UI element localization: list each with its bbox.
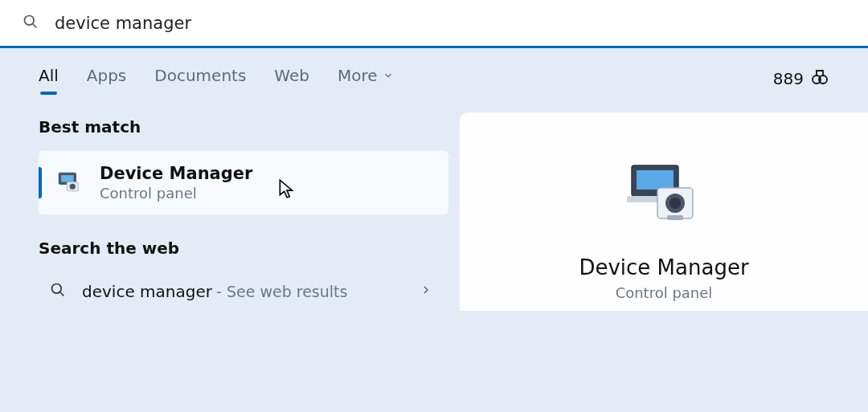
best-match-result[interactable]: Device Manager Control panel bbox=[39, 151, 448, 214]
svg-rect-16 bbox=[667, 215, 683, 220]
tab-more[interactable]: More bbox=[338, 66, 394, 92]
svg-point-7 bbox=[70, 183, 76, 189]
search-icon bbox=[50, 282, 66, 301]
search-bar bbox=[0, 0, 868, 48]
tab-web[interactable]: Web bbox=[274, 66, 309, 92]
svg-line-9 bbox=[60, 292, 64, 296]
best-match-subtitle: Control panel bbox=[100, 185, 434, 202]
svg-rect-11 bbox=[637, 170, 674, 190]
filter-tabs: All Apps Documents Web More 889 bbox=[0, 48, 868, 101]
detail-panel: Device Manager Control panel bbox=[460, 112, 868, 311]
search-icon bbox=[23, 14, 39, 33]
chevron-right-icon bbox=[420, 284, 432, 300]
rewards-points[interactable]: 889 bbox=[773, 67, 829, 91]
web-result-item[interactable]: device manager - See web results bbox=[39, 272, 448, 311]
device-manager-icon bbox=[50, 169, 88, 197]
tab-all[interactable]: All bbox=[39, 66, 59, 92]
svg-rect-5 bbox=[61, 175, 74, 182]
svg-point-15 bbox=[669, 198, 681, 209]
svg-point-0 bbox=[25, 15, 35, 25]
rewards-icon bbox=[810, 67, 829, 91]
tab-apps[interactable]: Apps bbox=[87, 66, 127, 92]
rewards-count: 889 bbox=[773, 69, 804, 88]
tab-documents[interactable]: Documents bbox=[154, 66, 246, 92]
chevron-down-icon bbox=[383, 66, 394, 85]
detail-subtitle: Control panel bbox=[616, 284, 713, 301]
svg-point-8 bbox=[52, 284, 62, 294]
device-manager-icon-large bbox=[624, 159, 704, 235]
search-web-heading: Search the web bbox=[39, 239, 448, 258]
web-result-hint: - See web results bbox=[216, 283, 347, 300]
detail-title: Device Manager bbox=[579, 255, 748, 279]
web-result-query: device manager bbox=[82, 282, 212, 301]
search-input[interactable] bbox=[55, 14, 845, 33]
best-match-heading: Best match bbox=[39, 117, 448, 137]
best-match-title: Device Manager bbox=[100, 164, 434, 183]
svg-line-1 bbox=[33, 23, 37, 27]
tab-more-label: More bbox=[338, 66, 378, 85]
